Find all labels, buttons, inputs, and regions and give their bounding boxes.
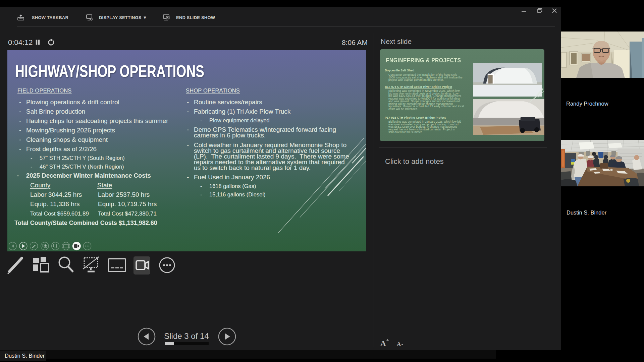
svg-text:A: A [397,341,401,347]
svg-text:A: A [380,339,386,348]
